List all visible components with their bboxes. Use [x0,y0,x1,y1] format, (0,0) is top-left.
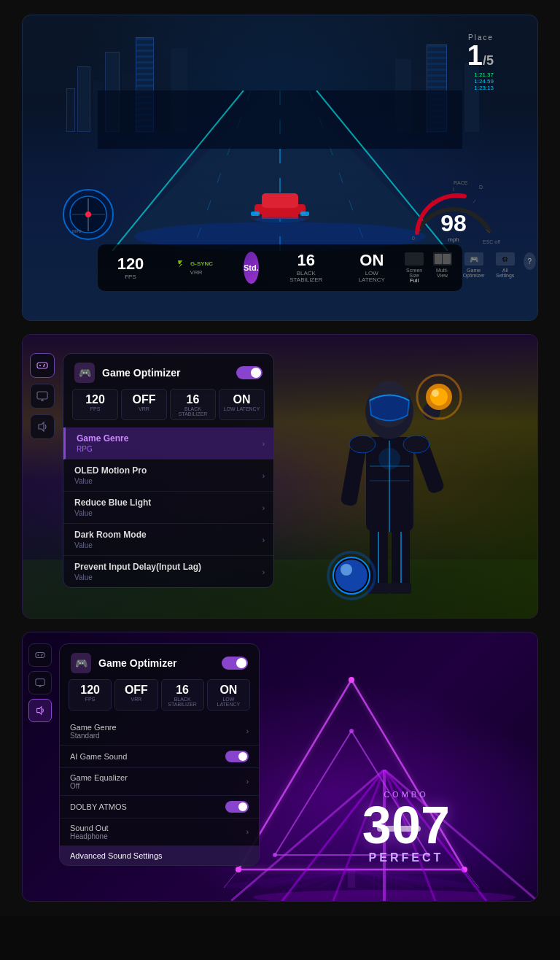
svg-point-15 [254,217,306,222]
ai-sound-knob [238,752,247,761]
sidebar-sound-btn[interactable] [30,414,55,439]
dark-room-value: Value [74,541,262,549]
sidebar-3-sound[interactable] [28,699,52,722]
menu-3-advanced[interactable]: Advanced Sound Settings [60,846,259,865]
help-button[interactable]: ? [524,252,536,270]
stat-3-fps: 120 FPS [69,679,112,711]
ai-sound-title: AI Game Sound [70,752,127,761]
game-hud-bar: 120 FPS G-SYNC VRR Std. 16 Black Stabili… [98,244,462,291]
hud-action-optimizer[interactable]: 🎮 Game Optimizer [461,252,487,283]
equalizer-value: Off [70,782,128,790]
stat-latency: ON Low Latency [219,389,265,420]
latency-label: Low Latency [354,270,390,283]
stat-3-fps-unit: FPS [72,697,108,702]
lap-times: 1:21.37 1:24.59 1:23:13 [467,71,494,91]
stat-3-black: 16 Black Stabilizer [161,679,204,711]
multiview-label: Multi-View [433,268,452,278]
main-container: MINI Place 1/5 1:21.37 1:24.59 1:23:13 [0,0,560,916]
svg-text:98: 98 [440,210,467,236]
input-delay-title: Prevent Input Delay(Input Lag) [74,562,262,572]
menu-3-dolby[interactable]: DOLBY ATMOS [60,796,259,818]
optimizer-toggle-3[interactable] [222,657,248,670]
sidebar-icons [30,353,55,439]
all-settings-label: All Settings [496,268,515,278]
svg-point-96 [42,654,43,655]
optimizer-toggle[interactable] [236,366,262,379]
ai-sound-toggle[interactable] [225,751,249,762]
svg-point-60 [43,365,44,367]
menu-item-genre[interactable]: Game Genre RPG › [63,427,273,460]
svg-point-50 [403,436,429,453]
optimizer-panel-2: 🎮 Game Optimizer 120 FPS OFF VRR 16 Blac… [63,353,274,588]
optimizer-title: Game Optimizer [102,367,236,379]
sound-out-arrow: › [246,828,249,836]
dolby-toggle[interactable] [225,801,249,813]
multiview-icon [433,252,452,266]
stat-fps-unit: FPS [76,406,114,411]
vrr-stat: G-SYNC VRR [178,260,214,276]
stat-black: 16 Black Stabilizer [170,389,216,420]
menu-3-equalizer[interactable]: Game Equalizer Off › [60,768,259,796]
optimizer-header-3: 🎮 Game Optimizer [60,644,259,679]
svg-point-68 [349,677,354,683]
reduce-blue-title: Reduce Blue Light [74,498,262,508]
menu-item-dark-room[interactable]: Dark Room Mode Value › [63,524,273,556]
svg-point-59 [44,364,45,365]
svg-rect-98 [36,679,44,686]
rhythm-bar [377,826,421,832]
sidebar-display-btn[interactable] [30,384,55,409]
sound-out-title: Sound Out [70,824,109,832]
stat-3-fps-value: 120 [72,683,108,697]
stat-latency-unit: Low Latency [222,406,261,411]
building [77,66,90,132]
menu-3-genre[interactable]: Game Genre Standard › [60,718,259,746]
hud-action-full[interactable]: Screen Size Full [405,252,424,283]
svg-marker-64 [39,422,44,431]
sidebar-gamepad-btn[interactable] [30,353,55,378]
menu-item-input-delay[interactable]: Prevent Input Delay(Input Lag) Value › [63,556,273,587]
menu-3-sound-out[interactable]: Sound Out Headphone › [60,818,259,846]
menu-item-oled-motion[interactable]: OLED Motion Pro Value › [63,460,273,492]
svg-point-17 [85,212,91,217]
latency-stat: ON Low Latency [354,252,390,283]
optimizer-title-3: Game Optimizer [98,657,222,669]
genre-3-value: Standard [70,732,117,740]
character-area [297,342,479,611]
genre-title: Game Genre [77,433,262,444]
toggle-knob-3 [236,658,246,668]
svg-point-92 [253,890,516,901]
svg-marker-101 [37,707,42,715]
svg-point-38 [378,448,400,470]
dolby-knob [238,802,247,811]
sidebar-3-display[interactable] [28,671,52,694]
menu-3-ai-sound[interactable]: AI Game Sound [60,746,259,768]
hud-action-settings[interactable]: ⚙ All Settings [496,252,515,283]
hud-action-multiview[interactable]: Multi-View [433,252,452,283]
oled-motion-title: OLED Motion Pro [74,465,262,476]
stat-3-vrr-value: OFF [118,683,154,697]
sidebar-icons-3 [28,643,52,722]
input-delay-value: Value [74,573,262,581]
svg-text:mph: mph [448,236,459,243]
stat-3-black-unit: Black Stabilizer [165,697,201,707]
full-text: Full [405,278,424,283]
fps-stat: 120 FPS [112,256,149,280]
equalizer-title: Game Equalizer [70,773,128,782]
equalizer-arrow: › [246,778,249,786]
black-stab-label: Black Stabilizer [288,270,324,283]
stat-latency-value: ON [222,392,261,406]
building [66,88,75,132]
stat-vrr-unit: VRR [125,406,163,411]
svg-rect-10 [262,193,298,208]
optimizer-gamepad-icon-3: 🎮 [71,653,91,673]
sidebar-3-gamepad[interactable] [28,643,52,667]
svg-rect-13 [251,212,260,216]
svg-point-71 [349,729,354,733]
optimizer-header: 🎮 Game Optimizer [63,354,273,389]
racing-car [247,186,313,225]
black-stab-value: 16 [288,252,324,268]
menu-item-reduce-blue[interactable]: Reduce Blue Light Value › [63,492,273,524]
stats-row-3: 120 FPS OFF VRR 16 Black Stabilizer ON L… [60,679,259,718]
svg-text:ESC off: ESC off [483,239,500,244]
dolby-title: DOLBY ATMOS [70,802,127,811]
